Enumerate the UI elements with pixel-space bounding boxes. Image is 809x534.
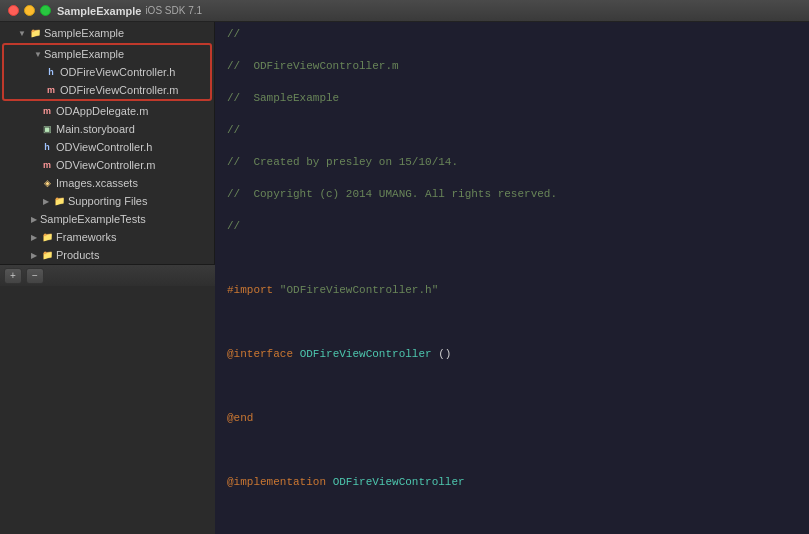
m-icon-odapp: m bbox=[40, 104, 54, 118]
selected-group-border: SampleExample h ODFireViewController.h m… bbox=[2, 43, 212, 101]
sidebar-label-odapp: ODAppDelegate.m bbox=[56, 105, 148, 117]
h-icon-odview: h bbox=[40, 140, 54, 154]
sidebar-toolbar: + − bbox=[0, 264, 215, 286]
sidebar-label-root: SampleExample bbox=[44, 27, 124, 39]
disclosure-products bbox=[28, 249, 40, 261]
add-file-button[interactable]: + bbox=[4, 268, 22, 284]
code-content: // // ODFireViewController.m // SampleEx… bbox=[215, 26, 809, 534]
sidebar-label-products: Products bbox=[56, 249, 99, 261]
sidebar-item-frameworks[interactable]: 📁 Frameworks bbox=[0, 228, 214, 246]
sidebar-item-products[interactable]: 📁 Products bbox=[0, 246, 214, 264]
sidebar-label-images: Images.xcassets bbox=[56, 177, 138, 189]
sidebar-wrapper: 📁 SampleExample SampleExample h ODFireVi… bbox=[0, 22, 215, 534]
title-bar: SampleExample iOS SDK 7.1 bbox=[0, 0, 809, 22]
sidebar-label-odfire-m: ODFireViewController.m bbox=[60, 84, 178, 96]
app-title: SampleExample bbox=[57, 5, 141, 17]
sidebar-label-sampleexample: SampleExample bbox=[44, 48, 124, 60]
file-navigator: 📁 SampleExample SampleExample h ODFireVi… bbox=[0, 22, 215, 264]
sidebar-item-odfire-m[interactable]: m ODFireViewController.m bbox=[4, 81, 210, 99]
sidebar-item-odfire-h[interactable]: h ODFireViewController.h bbox=[4, 63, 210, 81]
m-icon-odview: m bbox=[40, 158, 54, 172]
folder-icon-supporting: 📁 bbox=[52, 194, 66, 208]
close-button[interactable] bbox=[8, 5, 19, 16]
disclosure-tests bbox=[28, 213, 40, 225]
disclosure-sampleexample bbox=[32, 48, 44, 60]
sidebar-label-odview-h: ODViewController.h bbox=[56, 141, 152, 153]
sidebar-item-odapp[interactable]: m ODAppDelegate.m bbox=[0, 102, 214, 120]
disclosure-supporting bbox=[40, 195, 52, 207]
disclosure-frameworks bbox=[28, 231, 40, 243]
disclosure-root bbox=[16, 27, 28, 39]
sidebar-label-main-storyboard: Main.storyboard bbox=[56, 123, 135, 135]
sidebar-item-images[interactable]: ◈ Images.xcassets bbox=[0, 174, 214, 192]
main-layout: 📁 SampleExample SampleExample h ODFireVi… bbox=[0, 22, 809, 534]
window-controls[interactable] bbox=[8, 5, 51, 16]
folder-icon: 📁 bbox=[28, 26, 42, 40]
minimize-button[interactable] bbox=[24, 5, 35, 16]
folder-icon-products: 📁 bbox=[40, 248, 54, 262]
sidebar-label-tests: SampleExampleTests bbox=[40, 213, 146, 225]
sidebar-item-odview-m[interactable]: m ODViewController.m bbox=[0, 156, 214, 174]
sidebar-label-odview-m: ODViewController.m bbox=[56, 159, 155, 171]
m-icon: m bbox=[44, 83, 58, 97]
remove-file-button[interactable]: − bbox=[26, 268, 44, 284]
code-editor[interactable]: // // ODFireViewController.m // SampleEx… bbox=[215, 22, 809, 534]
app-subtitle: iOS SDK 7.1 bbox=[145, 5, 202, 16]
storyboard-icon: ▣ bbox=[40, 122, 54, 136]
folder-icon-frameworks: 📁 bbox=[40, 230, 54, 244]
sidebar-item-odview-h[interactable]: h ODViewController.h bbox=[0, 138, 214, 156]
sidebar-item-supporting[interactable]: 📁 Supporting Files bbox=[0, 192, 214, 210]
sidebar-label-supporting: Supporting Files bbox=[68, 195, 148, 207]
sidebar-item-sampleexample[interactable]: SampleExample bbox=[4, 45, 210, 63]
sidebar-item-tests[interactable]: SampleExampleTests bbox=[0, 210, 214, 228]
xcassets-icon: ◈ bbox=[40, 176, 54, 190]
sidebar-item-root[interactable]: 📁 SampleExample bbox=[0, 24, 214, 42]
maximize-button[interactable] bbox=[40, 5, 51, 16]
sidebar-label-odfire-h: ODFireViewController.h bbox=[60, 66, 175, 78]
h-icon: h bbox=[44, 65, 58, 79]
sidebar-label-frameworks: Frameworks bbox=[56, 231, 117, 243]
sidebar-item-main-storyboard[interactable]: ▣ Main.storyboard bbox=[0, 120, 214, 138]
